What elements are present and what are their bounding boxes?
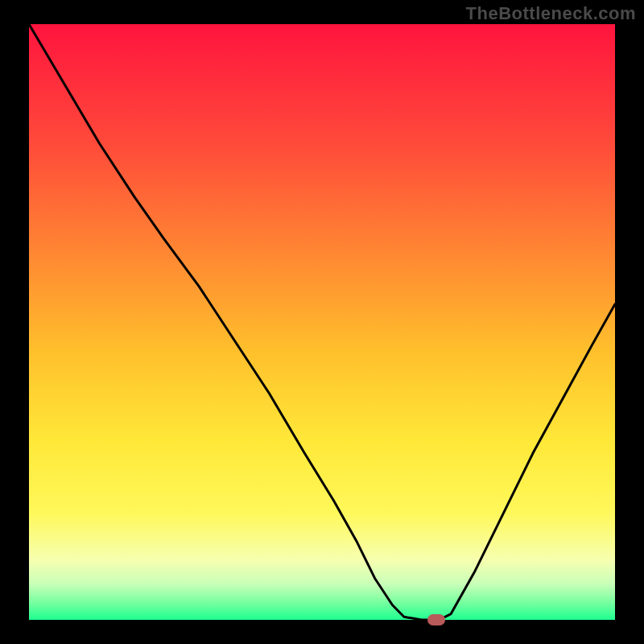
attribution-label: TheBottleneck.com [466,3,636,24]
optimum-marker [427,614,445,625]
chart-svg [0,0,644,644]
plot-background [29,24,615,620]
chart-frame: TheBottleneck.com [0,0,644,644]
